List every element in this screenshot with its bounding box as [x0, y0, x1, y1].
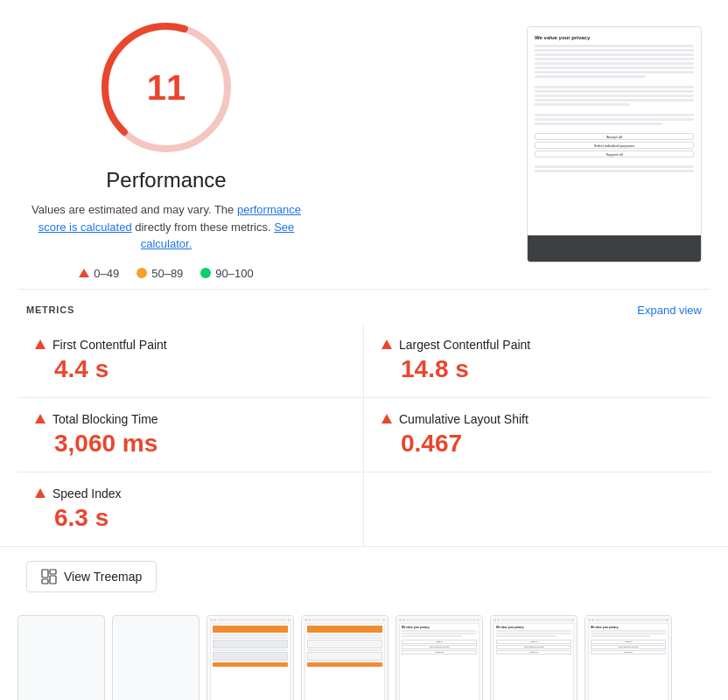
screenshot-footer	[528, 235, 701, 262]
orange-range-label: 50–89	[151, 267, 183, 280]
legend-orange: 50–89	[136, 267, 183, 280]
tbt-status-icon	[35, 414, 46, 424]
tbt-value: 3,060 ms	[54, 430, 353, 458]
screenshot-text-4	[535, 58, 694, 60]
filmstrip-item-2	[206, 615, 294, 701]
screenshot-text-5	[535, 62, 694, 65]
support-all-label: Support all	[606, 152, 622, 158]
screenshot-text-16	[535, 122, 662, 125]
fcp-value: 4.4 s	[54, 355, 353, 383]
metrics-header: METRICS Expand view	[0, 290, 728, 324]
legend: 0–49 50–89 90–100	[79, 267, 253, 280]
screenshot-text-18	[535, 170, 694, 172]
cls-status-icon	[382, 414, 392, 424]
fcp-header: First Contentful Paint	[35, 338, 353, 352]
screenshot-text-2	[535, 49, 694, 52]
treemap-button[interactable]: View Treemap	[26, 561, 157, 592]
cls-header: Cumulative Layout Shift	[382, 412, 700, 426]
lcp-header: Largest Contentful Paint	[382, 338, 700, 352]
metric-empty	[364, 472, 710, 546]
screenshot-text-3	[535, 53, 694, 56]
red-range-label: 0–49	[94, 267, 119, 280]
tbt-header: Total Blocking Time	[35, 412, 353, 426]
select-purposes-label: Select individual purposes	[594, 144, 634, 149]
metric-lcp: Largest Contentful Paint 14.8 s	[364, 324, 710, 398]
screenshot-text-8	[535, 75, 646, 78]
svg-rect-2	[42, 570, 48, 578]
metric-si: Speed Index 6.3 s	[18, 472, 364, 546]
accept-all-label: Accept all	[606, 135, 621, 140]
screenshot-frame: We value your privacy	[527, 26, 702, 262]
screenshot-text-1	[535, 45, 694, 47]
red-triangle-icon	[79, 269, 89, 277]
svg-rect-5	[42, 579, 48, 584]
screenshot-privacy-title: We value your privacy	[535, 34, 694, 41]
top-section: 11 Performance Values are estimated and …	[0, 0, 728, 289]
treemap-icon	[41, 569, 57, 584]
screenshot-text-9	[535, 86, 694, 88]
lcp-name: Largest Contentful Paint	[399, 338, 530, 352]
filmstrip-item-5: We value your privacy Accept all Select …	[490, 615, 578, 701]
performance-title: Performance	[106, 168, 226, 192]
screenshot-text-12	[535, 99, 694, 102]
filmstrip-item-3	[301, 615, 388, 701]
screenshot-support-btn: Support all	[535, 150, 694, 158]
filmstrip-item-1	[112, 615, 200, 701]
score-area: 11 Performance Values are estimated and …	[26, 18, 306, 280]
metric-tbt: Total Blocking Time 3,060 ms	[18, 398, 364, 472]
performance-description: Values are estimated and may vary. The p…	[26, 201, 306, 253]
tbt-name: Total Blocking Time	[52, 412, 158, 426]
cls-value: 0.467	[401, 430, 700, 458]
fcp-name: First Contentful Paint	[52, 338, 167, 352]
screenshot-area: We value your privacy	[324, 18, 702, 262]
legend-red: 0–49	[79, 267, 119, 280]
si-status-icon	[35, 488, 46, 498]
green-range-label: 90–100	[215, 267, 253, 280]
screenshot-select-btn: Select individual purposes	[535, 142, 694, 149]
screenshot-text-13	[535, 103, 630, 106]
metric-cls: Cumulative Layout Shift 0.467	[364, 398, 710, 472]
gauge-score: 11	[147, 68, 186, 108]
green-circle-icon	[200, 268, 211, 278]
lcp-status-icon	[382, 340, 392, 349]
screenshot-content: We value your privacy	[528, 27, 701, 181]
legend-green: 90–100	[200, 267, 253, 280]
svg-rect-3	[50, 570, 56, 574]
description-text-2: directly from these metrics.	[132, 220, 275, 234]
screenshot-text-17	[535, 165, 694, 168]
description-text-1: Values are estimated and may vary. The	[32, 203, 237, 216]
screenshot-text-15	[535, 118, 694, 121]
svg-rect-4	[50, 576, 56, 584]
metrics-label: METRICS	[26, 304, 74, 315]
expand-view-button[interactable]: Expand view	[637, 304, 702, 317]
screenshot-text-6	[535, 66, 694, 69]
gauge-container: 11	[96, 18, 236, 158]
filmstrip-item-0	[18, 615, 105, 701]
treemap-section: View Treemap	[0, 546, 728, 606]
screenshot-text-7	[535, 71, 694, 74]
filmstrip-item-6: We value your privacy Accept all Select …	[584, 615, 672, 701]
screenshot-text-11	[535, 94, 694, 97]
metric-fcp: First Contentful Paint 4.4 s	[18, 324, 364, 398]
fcp-status-icon	[35, 340, 46, 349]
si-value: 6.3 s	[54, 504, 353, 532]
orange-circle-icon	[136, 268, 147, 278]
filmstrip-item-4: We value your privacy Accept all Select …	[396, 615, 483, 701]
screenshot-accept-btn: Accept all	[535, 133, 694, 140]
screenshot-text-10	[535, 90, 694, 93]
si-name: Speed Index	[52, 486, 122, 500]
cls-name: Cumulative Layout Shift	[399, 412, 528, 426]
filmstrip-section: We value your privacy Accept all Select …	[0, 606, 728, 701]
treemap-label: View Treemap	[64, 570, 142, 584]
si-header: Speed Index	[35, 486, 353, 500]
lcp-value: 14.8 s	[401, 355, 700, 383]
metrics-grid: First Contentful Paint 4.4 s Largest Con…	[0, 324, 728, 546]
screenshot-text-14	[535, 114, 694, 116]
